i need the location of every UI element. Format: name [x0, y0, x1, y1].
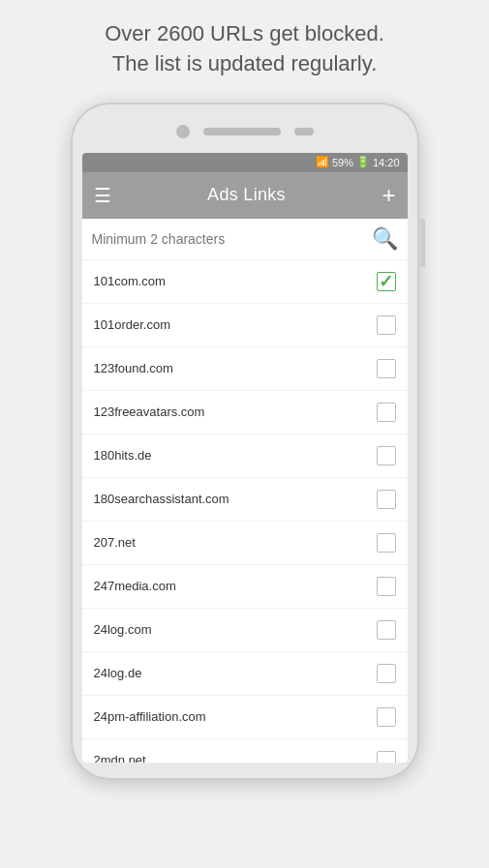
headline-line1: Over 2600 URLs get blocked. — [105, 21, 384, 45]
list-item[interactable]: 180hits.de — [82, 434, 408, 478]
list-item[interactable]: 247media.com — [82, 565, 408, 609]
list-item-checkbox[interactable] — [377, 577, 396, 596]
list-item[interactable]: 101com.com✓ — [82, 260, 408, 304]
status-bar: 📶 59% 🔋 14:20 — [82, 153, 408, 172]
menu-icon[interactable]: ☰ — [94, 184, 111, 207]
list-item-checkbox[interactable] — [377, 359, 396, 378]
list-item[interactable]: 24pm-affiliation.com — [82, 696, 408, 739]
search-input[interactable] — [92, 231, 372, 247]
phone-camera — [176, 125, 190, 138]
list-item-label: 24log.de — [94, 666, 142, 680]
signal-strength: 59% — [332, 157, 353, 168]
list-item-checkbox[interactable]: ✓ — [377, 272, 396, 291]
search-icon[interactable]: 🔍 — [372, 226, 398, 252]
headline-line2: The list is updated regularly. — [112, 51, 378, 75]
checkmark-icon: ✓ — [379, 271, 393, 292]
phone-ear — [294, 128, 314, 135]
list-item[interactable]: 24log.de — [82, 652, 408, 696]
phone-shell: 📶 59% 🔋 14:20 ☰ Ads Links + 🔍 101com.com… — [71, 103, 419, 780]
list-item[interactable]: 24log.com — [82, 609, 408, 652]
app-toolbar: ☰ Ads Links + — [82, 172, 408, 219]
phone-speaker — [203, 128, 281, 135]
wifi-icon: 📶 — [316, 156, 329, 168]
list-item[interactable]: 207.net — [82, 522, 408, 565]
list-item-label: 101order.com — [94, 317, 171, 332]
list-item-checkbox[interactable] — [377, 446, 396, 465]
list-item-checkbox[interactable] — [377, 315, 396, 335]
list-item[interactable]: 2mdn.net — [82, 739, 408, 763]
list-item-label: 2mdn.net — [94, 753, 146, 763]
list-item-label: 247media.com — [94, 579, 176, 593]
toolbar-title: Ads Links — [207, 185, 286, 205]
phone-top-bar — [82, 120, 408, 143]
list-item-label: 180hits.de — [94, 448, 152, 463]
list-item-checkbox[interactable] — [377, 751, 396, 763]
list-item-label: 101com.com — [94, 274, 166, 288]
search-bar: 🔍 — [82, 219, 408, 260]
battery-icon: 🔋 — [356, 156, 370, 168]
phone-screen: 📶 59% 🔋 14:20 ☰ Ads Links + 🔍 101com.com… — [82, 153, 408, 763]
signal-icons: 📶 59% 🔋 14:20 — [316, 156, 400, 168]
list-item-checkbox[interactable] — [377, 664, 396, 683]
list-item[interactable]: 101order.com — [82, 304, 408, 347]
url-list: 101com.com✓101order.com123found.com123fr… — [82, 260, 408, 763]
list-item-label: 24pm-affiliation.com — [94, 709, 206, 724]
list-item[interactable]: 180searchassistant.com — [82, 478, 408, 522]
list-item-label: 207.net — [94, 535, 136, 550]
page-wrapper: Over 2600 URLs get blocked. The list is … — [0, 0, 489, 868]
list-item-label: 123found.com — [94, 361, 173, 375]
time-display: 14:20 — [373, 157, 400, 168]
list-item[interactable]: 123found.com — [82, 347, 408, 391]
list-item-checkbox[interactable] — [377, 620, 396, 640]
list-item-checkbox[interactable] — [377, 403, 396, 422]
list-item-label: 180searchassistant.com — [94, 492, 229, 506]
list-item-checkbox[interactable] — [377, 533, 396, 553]
phone-side-button — [420, 219, 425, 267]
list-item-label: 24log.com — [94, 622, 152, 637]
list-item-checkbox[interactable] — [377, 490, 396, 509]
add-icon[interactable]: + — [382, 182, 395, 209]
headline: Over 2600 URLs get blocked. The list is … — [76, 19, 413, 79]
list-item-checkbox[interactable] — [377, 707, 396, 727]
list-item[interactable]: 123freeavatars.com — [82, 391, 408, 434]
list-item-label: 123freeavatars.com — [94, 404, 205, 419]
